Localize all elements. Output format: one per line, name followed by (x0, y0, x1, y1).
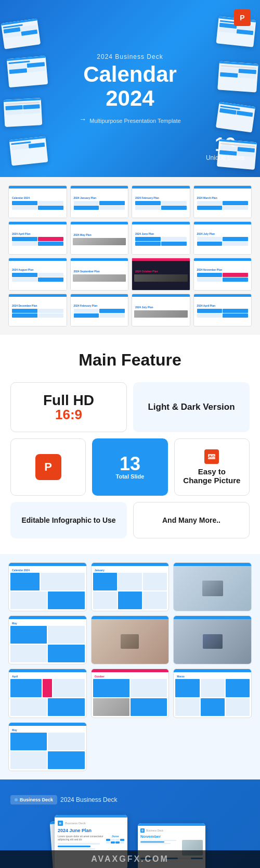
preview-grid: Calendar 2024 January (8, 562, 252, 771)
feature-fullhd: Full HD 16:9 (10, 382, 127, 432)
slide-thumb-9[interactable]: 2024 August Plan (8, 258, 67, 291)
nov-logo-icon: B (140, 828, 145, 833)
deco-card-3 (4, 98, 43, 127)
preview-card-9[interactable]: Marzo (173, 669, 252, 718)
hero-text-block: 2024 Business Deck Calendar2024 → Multip… (79, 53, 180, 124)
slide-thumb-10[interactable]: 2024 September Plan (70, 258, 129, 291)
bottom-label-text: 2024 Business Deck (60, 796, 117, 803)
june-deck-text: Business Deck (65, 822, 86, 825)
feature-pic-label: Easy to Change Picture (183, 467, 241, 485)
deco-card-7 (216, 102, 255, 132)
hero-section: P 2024 Business Deck Calendar2024 → Mult… (0, 0, 260, 177)
preview-card-4[interactable]: May (8, 615, 87, 664)
preview-card-3[interactable] (173, 562, 252, 611)
ppt-logo-icon: P (35, 454, 61, 480)
preview-card-8[interactable]: October (91, 669, 170, 718)
slide-thumb-12[interactable]: 2024 November Plan (193, 258, 252, 291)
nov-photo (182, 840, 203, 856)
june-logo-icon: B (58, 821, 63, 826)
preview-card-5[interactable] (91, 615, 170, 664)
slide-thumb-5[interactable]: 2024 April Plan (8, 221, 67, 254)
features-row-2: P 13 Total Slide Easy to Change Picture (10, 438, 250, 496)
feature-lightdark: Light & Dark Version (133, 382, 250, 432)
slide-thumb-15[interactable]: 2024 July Plan (132, 294, 190, 326)
feature-hd-text: Full HD (43, 393, 94, 408)
slide-thumb-14[interactable]: 2024 February Plan (70, 294, 129, 326)
november-card[interactable]: B Business Deck November (138, 823, 205, 868)
slide-thumb-13[interactable]: 2024 December Plan (8, 294, 67, 326)
june-month-label: June (106, 835, 124, 838)
feature-13-num: 13 (120, 455, 140, 473)
slide-thumb-4[interactable]: 2024 March Plan (193, 185, 252, 218)
june-lorem: Lorem ipsum dolor sit amet consectetur a… (58, 835, 105, 841)
bottom-deck-label-area: Business Deck 2024 Business Deck (10, 795, 250, 804)
preview-card-1[interactable]: Calendar 2024 (8, 562, 87, 611)
slide-thumb-3[interactable]: 2024 February Plan (132, 185, 190, 218)
bottom-logo-badge: Business Deck (10, 795, 57, 804)
hero-subtitle: 2024 Business Deck (79, 53, 180, 60)
slide-thumb-8[interactable]: 2024 July Plan (193, 221, 252, 254)
feature-13-label: Total Slide (116, 473, 145, 480)
june-plan-card-wrapper: B Business Deck 2024 June Plan Lorem ips… (55, 815, 127, 868)
slide-grid: Calendar 2024 2024 January Plan (8, 185, 252, 326)
deco-card-8 (217, 139, 257, 170)
preview-card-7[interactable]: April (8, 669, 87, 718)
deco-card-4 (9, 136, 48, 166)
picture-icon (204, 449, 219, 464)
feature-13slides: 13 Total Slide (92, 438, 167, 496)
feature-ppt: P (10, 438, 86, 496)
june-plan-title: 2024 June Plan (58, 828, 124, 833)
preview-section: Calendar 2024 January (0, 554, 260, 779)
hero-title: Calendar2024 (79, 62, 180, 110)
slide-thumb-7[interactable]: 2024 June Plan (132, 221, 190, 254)
features-row-1: Full HD 16:9 Light & Dark Version (10, 382, 250, 432)
more-label: And Many More.. (162, 516, 220, 524)
deco-card-6 (217, 61, 258, 92)
bottom-logo-text: Business Deck (20, 797, 53, 802)
slide-thumb-1[interactable]: Calendar 2024 (8, 185, 67, 218)
preview-card-2[interactable]: January (91, 562, 170, 611)
nov-deck-text: Business Deck (146, 829, 163, 832)
november-card-wrapper: B Business Deck November (138, 823, 205, 868)
feature-ratio-text: 16:9 (55, 408, 82, 421)
feature-picture: Easy to Change Picture (174, 438, 250, 496)
main-feature-title: Main Feature (10, 350, 250, 370)
november-label: November (140, 834, 203, 839)
features-row-3: Editable Infographic to Use And Many Mor… (10, 502, 250, 538)
feature-lightdark-text: Light & Dark Version (148, 402, 235, 412)
preview-card-10[interactable]: May (8, 722, 87, 771)
infographic-label: Editable Infographic to Use (21, 516, 115, 524)
preview-card-6[interactable] (173, 615, 252, 664)
feature-more: And Many More.. (133, 502, 250, 538)
logo-dot-icon (15, 798, 18, 801)
slide-thumb-2[interactable]: 2024 January Plan (70, 185, 129, 218)
deco-card-1 (1, 18, 41, 49)
slide-thumb-11[interactable]: 2024 October Plan (132, 258, 190, 291)
slide-grid-section: Calendar 2024 2024 January Plan (0, 177, 260, 335)
main-feature-section: Main Feature Full HD 16:9 Light & Dark V… (0, 335, 260, 554)
feature-infographic: Editable Infographic to Use (10, 502, 127, 538)
powerpoint-icon: P (234, 9, 251, 26)
hero-arrow-icon: → (79, 115, 86, 123)
deco-card-2 (7, 56, 48, 87)
hero-tagline: Multipurpose Presentation Template (89, 118, 180, 124)
june-plan-card[interactable]: B Business Deck 2024 June Plan Lorem ips… (55, 815, 127, 868)
slide-thumb-6[interactable]: 2024 May Plan (70, 221, 129, 254)
slide-thumb-16[interactable]: 2024 April Plan (193, 294, 252, 326)
bottom-cards-container: B Business Deck 2024 June Plan Lorem ips… (10, 815, 250, 868)
bottom-hero-section: Business Deck 2024 Business Deck B Busin… (0, 779, 260, 868)
